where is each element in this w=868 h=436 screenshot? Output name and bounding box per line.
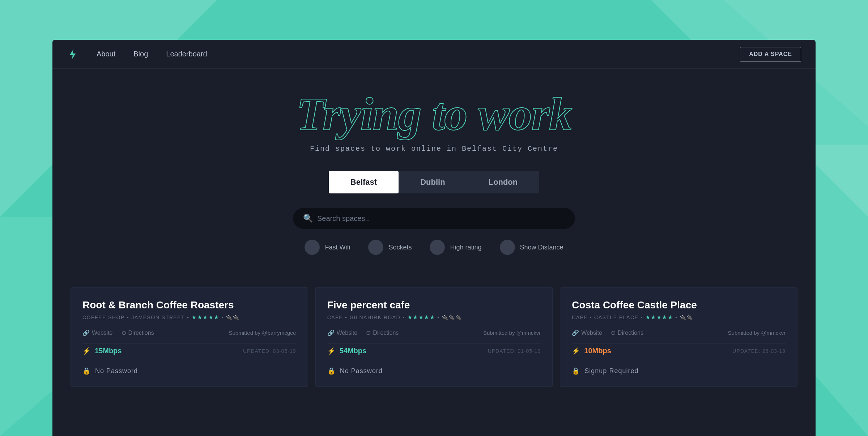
- card-directions-0[interactable]: ⊙ Directions: [122, 329, 154, 336]
- card-website-1[interactable]: 🔗 Website: [327, 329, 358, 336]
- directions-icon-2: ⊙: [611, 329, 616, 336]
- nav-links: About Blog Leaderboard: [97, 50, 740, 58]
- tab-london[interactable]: London: [467, 171, 540, 193]
- card-root-branch: Root & Branch Coffee Roasters COFFEE SHO…: [71, 287, 308, 387]
- lightning-icon: [67, 48, 78, 60]
- bolt-icon-0: ⚡: [82, 347, 90, 355]
- navbar: About Blog Leaderboard ADD A SPACE: [52, 40, 816, 69]
- card-speed-0: ⚡ 15Mbps UPDATED: 03-05-19: [82, 343, 296, 358]
- card-directions-2[interactable]: ⊙ Directions: [611, 329, 643, 336]
- city-tabs-inner: Belfast Dublin London: [329, 171, 539, 193]
- card-password-0: 🔒 No Password: [82, 364, 296, 375]
- directions-icon-1: ⊙: [366, 329, 371, 336]
- card-stars-1: ★★★★★: [407, 314, 435, 321]
- show-distance-label: Show Distance: [520, 244, 563, 251]
- logo[interactable]: [67, 48, 78, 60]
- bolt-icon-2: ⚡: [572, 347, 580, 355]
- card-subtitle-2: CAFE • CASTLE PLACE • ★★★★★ • 🔌🔌: [572, 314, 786, 321]
- password-label-0: No Password: [95, 367, 138, 375]
- city-tabs: Belfast Dublin London: [67, 171, 801, 193]
- nav-about[interactable]: About: [97, 50, 115, 58]
- card-title-1: Five percent cafe: [327, 299, 541, 311]
- high-rating-toggle[interactable]: [430, 240, 445, 255]
- filters: Fast Wifi Sockets High rating Show Dista…: [67, 240, 801, 255]
- nav-leaderboard[interactable]: Leaderboard: [166, 50, 207, 58]
- main-container: About Blog Leaderboard ADD A SPACE Tryin…: [52, 40, 816, 436]
- card-links-0: 🔗 Website ⊙ Directions Submitted by @bar…: [82, 329, 296, 336]
- search-bar: 🔍: [293, 208, 575, 229]
- directions-icon-0: ⊙: [122, 329, 126, 336]
- card-directions-1[interactable]: ⊙ Directions: [366, 329, 399, 336]
- link-icon-2: 🔗: [572, 329, 579, 336]
- navbar-actions: ADD A SPACE: [740, 47, 801, 61]
- show-distance-toggle[interactable]: [500, 240, 515, 255]
- speed-value-0: 15Mbps: [95, 347, 122, 355]
- nav-blog[interactable]: Blog: [133, 50, 148, 58]
- lock-icon-1: 🔒: [327, 367, 336, 375]
- link-icon-0: 🔗: [82, 329, 90, 336]
- submitted-by-2: Submitted by @mmckvr: [728, 330, 786, 336]
- speed-value-2: 10Mbps: [584, 347, 611, 355]
- speed-left-0: ⚡ 15Mbps: [82, 347, 122, 355]
- updated-2: UPDATED: 28-03-19: [732, 348, 786, 354]
- search-icon: 🔍: [303, 214, 313, 223]
- fast-wifi-toggle[interactable]: [305, 240, 320, 255]
- sockets-toggle[interactable]: [368, 240, 383, 255]
- card-website-2[interactable]: 🔗 Website: [572, 329, 602, 336]
- card-subtitle-0: COFFEE SHOP • JAMESON STREET • ★★★★★ • 🔌…: [82, 314, 296, 321]
- search-input[interactable]: [317, 214, 565, 223]
- card-stars-0: ★★★★★: [191, 314, 220, 321]
- add-space-button[interactable]: ADD A SPACE: [740, 47, 801, 61]
- tab-dublin[interactable]: Dublin: [399, 171, 467, 193]
- lock-icon-0: 🔒: [82, 367, 91, 375]
- card-password-1: 🔒 No Password: [327, 364, 541, 375]
- password-label-1: No Password: [340, 367, 383, 375]
- filter-show-distance[interactable]: Show Distance: [500, 240, 563, 255]
- hero-subtitle: Find spaces to work online in Belfast Ci…: [67, 145, 801, 153]
- link-icon-1: 🔗: [327, 329, 335, 336]
- card-costa: Costa Coffee Castle Place CAFE • CASTLE …: [560, 287, 797, 387]
- card-title-0: Root & Branch Coffee Roasters: [82, 299, 296, 311]
- sockets-label: Sockets: [388, 244, 412, 251]
- card-speed-1: ⚡ 54Mbps UPDATED: 01-05-19: [327, 343, 541, 358]
- cards-grid: Root & Branch Coffee Roasters COFFEE SHO…: [52, 287, 816, 387]
- card-links-1: 🔗 Website ⊙ Directions Submitted by @mmc…: [327, 329, 541, 336]
- password-label-2: Signup Required: [584, 367, 638, 375]
- card-five-percent: Five percent cafe CAFE • GILNAHIRK ROAD …: [315, 287, 553, 387]
- submitted-by-1: Submitted by @mmckvr: [483, 330, 541, 336]
- speed-left-2: ⚡ 10Mbps: [572, 347, 611, 355]
- filter-sockets[interactable]: Sockets: [368, 240, 412, 255]
- card-links-2: 🔗 Website ⊙ Directions Submitted by @mmc…: [572, 329, 786, 336]
- card-website-0[interactable]: 🔗 Website: [82, 329, 113, 336]
- bolt-icon-1: ⚡: [327, 347, 335, 355]
- filter-fast-wifi[interactable]: Fast Wifi: [305, 240, 350, 255]
- speed-value-1: 54Mbps: [340, 347, 366, 355]
- card-title-2: Costa Coffee Castle Place: [572, 299, 786, 311]
- lock-icon-2: 🔒: [572, 367, 580, 375]
- card-stars-2: ★★★★★: [645, 314, 673, 321]
- card-password-2: 🔒 Signup Required: [572, 364, 786, 375]
- submitted-by-0: Submitted by @barrymcgee: [229, 330, 296, 336]
- hero-section: Trying to work Find spaces to work onlin…: [52, 69, 816, 287]
- card-subtitle-1: CAFE • GILNAHIRK ROAD • ★★★★★ • 🔌🔌🔌: [327, 314, 541, 321]
- hero-title: Trying to work: [67, 90, 801, 137]
- filter-high-rating[interactable]: High rating: [430, 240, 481, 255]
- updated-0: UPDATED: 03-05-19: [243, 348, 296, 354]
- speed-left-1: ⚡ 54Mbps: [327, 347, 366, 355]
- svg-marker-6: [70, 49, 76, 59]
- fast-wifi-label: Fast Wifi: [325, 244, 350, 251]
- search-container: 🔍: [67, 208, 801, 229]
- updated-1: UPDATED: 01-05-19: [488, 348, 541, 354]
- high-rating-label: High rating: [450, 244, 481, 251]
- tab-belfast[interactable]: Belfast: [329, 171, 399, 193]
- card-speed-2: ⚡ 10Mbps UPDATED: 28-03-19: [572, 343, 786, 358]
